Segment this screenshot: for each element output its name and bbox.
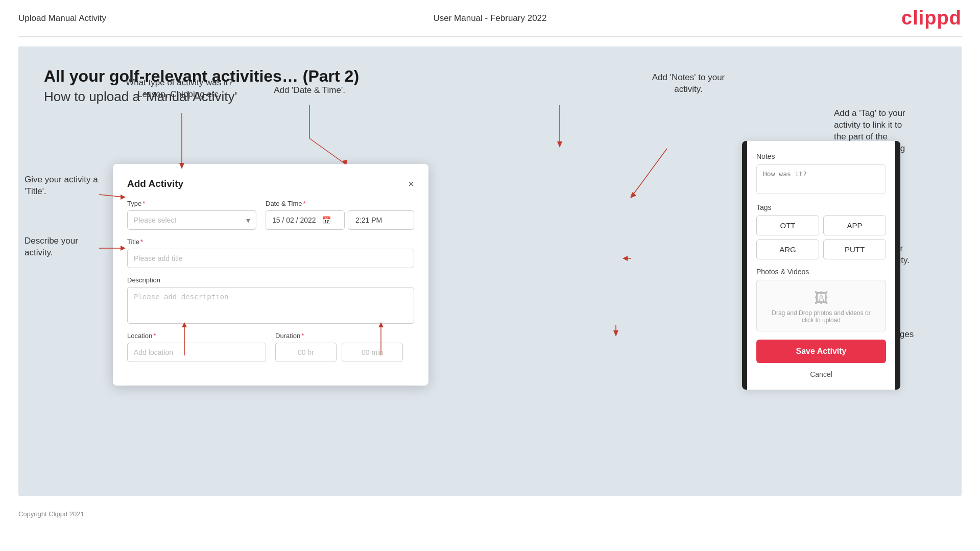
photo-upload-area[interactable]: 🖼 Drag and Drop photos and videos orclic… [756,280,886,331]
save-activity-button[interactable]: Save Activity [756,340,886,363]
header-divider [18,36,962,37]
title-label: Title* [127,238,414,246]
svg-marker-23 [613,330,618,337]
date-input[interactable]: 15 / 02 / 2022 📅 [266,210,345,230]
svg-marker-19 [630,192,636,198]
tag-ott[interactable]: OTT [756,215,819,235]
location-duration-row: Location* Duration* [127,332,414,362]
location-group: Location* [127,332,266,362]
location-input[interactable] [127,343,266,362]
type-datetime-row: Type* Please select ▾ Date & Time* 15 / … [127,200,414,230]
annotation-type: What type of activity was it?Lesson, Chi… [126,77,233,101]
cancel-button[interactable]: Cancel [810,368,832,380]
location-label: Location* [127,332,266,340]
annotation-notes: Add 'Notes' to youractivity. [630,72,747,95]
svg-marker-17 [557,141,562,148]
title-group: Title* [127,238,414,268]
add-activity-modal: Add Activity × Type* Please select ▾ Dat… [113,164,428,386]
tags-grid: OTT APP ARG PUTT [756,215,886,259]
duration-min-input[interactable] [342,343,403,362]
tag-putt[interactable]: PUTT [823,239,886,259]
duration-inputs [275,343,414,362]
photo-upload-text: Drag and Drop photos and videos orclick … [772,309,870,324]
modal-title: Add Activity [127,178,183,189]
annotation-description: Describe youractivity. [25,235,106,259]
datetime-group: Date & Time* 15 / 02 / 2022 📅 2:21 PM [266,200,414,230]
svg-line-4 [309,138,345,164]
copyright: Copyright Clippd 2021 [18,510,84,518]
calendar-icon: 📅 [322,216,331,224]
photos-label: Photos & Videos [756,268,886,276]
datetime-label: Date & Time* [266,200,414,207]
notes-textarea[interactable] [756,164,886,194]
tag-arg[interactable]: ARG [756,239,819,259]
type-group: Type* Please select ▾ [127,200,256,230]
close-button[interactable]: × [408,179,414,189]
main-content: All your golf-relevant activities… (Part… [18,46,962,496]
tag-app[interactable]: APP [823,215,886,235]
notes-label: Notes [756,152,886,160]
phone-panel: Notes Tags OTT APP ARG PUTT Photos & Vid… [742,141,900,390]
modal-header: Add Activity × [127,178,414,189]
type-label: Type* [127,200,256,207]
top-bar: Upload Manual Activity User Manual - Feb… [0,0,980,29]
duration-group: Duration* [275,332,414,362]
type-select-wrapper[interactable]: Please select ▾ [127,210,256,230]
type-select[interactable]: Please select [127,210,256,230]
description-label: Description [127,276,414,284]
page-title: Upload Manual Activity [18,13,106,23]
manual-title: User Manual - February 2022 [433,13,546,23]
date-group: 15 / 02 / 2022 📅 2:21 PM [266,210,414,230]
duration-label: Duration* [275,332,414,340]
title-input[interactable] [127,249,414,268]
svg-marker-21 [623,256,628,261]
description-textarea[interactable] [127,287,414,324]
tags-label: Tags [756,203,886,211]
annotation-title: Give your activity a'Title'. [25,174,106,198]
logo: clippd [901,7,962,29]
annotation-datetime: Add 'Date & Time'. [258,85,361,97]
photo-icon: 🖼 [814,290,828,306]
time-input[interactable]: 2:21 PM [348,210,414,230]
footer: Copyright Clippd 2021 [0,505,980,523]
duration-hr-input[interactable] [275,343,337,362]
svg-line-18 [631,149,667,197]
description-group: Description [127,276,414,324]
